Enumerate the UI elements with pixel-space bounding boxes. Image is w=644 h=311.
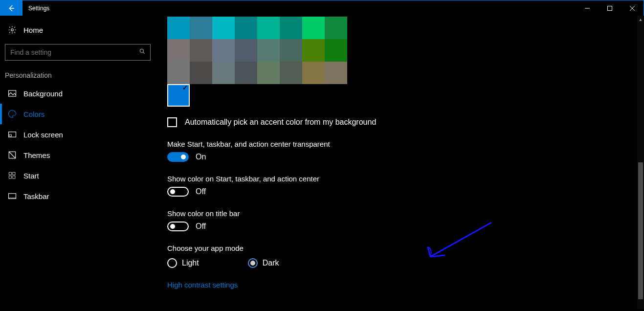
color-swatch[interactable] (212, 39, 235, 62)
scroll-thumb[interactable] (638, 162, 643, 299)
nav-label: Lock screen (23, 131, 63, 139)
back-button[interactable] (0, 0, 22, 16)
nav-label: Taskbar (23, 192, 49, 200)
show-color-title-state: Off (196, 222, 206, 231)
sidebar-item-start[interactable]: Start (0, 165, 156, 186)
nav-label: Start (23, 172, 39, 180)
scroll-up-icon: ▲ (637, 16, 644, 23)
color-swatch[interactable] (302, 39, 325, 62)
color-swatch[interactable] (257, 62, 280, 84)
color-swatch[interactable] (280, 17, 302, 39)
high-contrast-link[interactable]: High contrast settings (167, 281, 238, 289)
show-color-title-label: Show color on title bar (167, 209, 644, 218)
svg-rect-0 (608, 6, 612, 10)
svg-rect-12 (9, 197, 16, 199)
minimize-button[interactable] (576, 0, 599, 16)
svg-rect-9 (9, 176, 11, 178)
scrollbar[interactable]: ▲ (637, 16, 644, 309)
svg-rect-7 (9, 172, 11, 175)
radio-icon (167, 258, 177, 268)
color-swatch-grid (167, 17, 644, 84)
color-swatch[interactable] (257, 39, 280, 62)
color-swatch[interactable] (212, 17, 235, 39)
window-title: Settings (22, 0, 49, 16)
sidebar-item-colors[interactable]: Colors (0, 104, 156, 124)
color-swatch[interactable] (167, 62, 190, 84)
sidebar-item-lockscreen[interactable]: Lock screen (0, 124, 156, 145)
show-color-start-state: Off (196, 187, 206, 196)
app-mode-dark-radio[interactable]: Dark (248, 258, 279, 268)
color-swatch[interactable] (325, 62, 347, 84)
transparency-toggle[interactable] (167, 152, 189, 162)
app-mode-label: Choose your app mode (167, 244, 644, 252)
taskbar-icon (8, 192, 17, 200)
color-swatch-selected[interactable] (167, 84, 190, 107)
color-swatch[interactable] (325, 17, 347, 39)
nav-label: Themes (23, 151, 50, 159)
palette-icon (8, 110, 17, 118)
transparency-state: On (196, 153, 206, 161)
color-swatch[interactable] (212, 62, 235, 84)
lockscreen-icon (8, 130, 17, 139)
show-color-start-label: Show color on Start, taskbar, and action… (167, 175, 644, 183)
arrow-left-icon (7, 4, 16, 13)
show-color-title-toggle[interactable] (167, 222, 189, 231)
svg-rect-10 (13, 176, 15, 178)
nav-label: Colors (23, 110, 44, 118)
color-swatch[interactable] (167, 39, 190, 62)
nav-label: Background (23, 89, 63, 98)
app-mode-light-radio[interactable]: Light (167, 258, 199, 268)
color-swatch[interactable] (280, 62, 302, 84)
color-swatch[interactable] (302, 62, 325, 84)
checkbox-icon (167, 117, 177, 127)
color-swatch[interactable] (190, 17, 212, 39)
titlebar: Settings (0, 0, 644, 16)
start-icon (8, 171, 17, 180)
color-swatch[interactable] (325, 39, 347, 62)
color-swatch[interactable] (190, 39, 212, 62)
svg-rect-8 (13, 172, 15, 175)
radio-label: Dark (263, 259, 279, 267)
color-swatch[interactable] (302, 17, 325, 39)
transparency-label: Make Start, taskbar, and action center t… (167, 140, 644, 148)
color-swatch[interactable] (235, 17, 257, 39)
color-swatch[interactable] (257, 17, 280, 39)
search-input[interactable] (5, 44, 151, 61)
auto-accent-checkbox-row[interactable]: Automatically pick an accent color from … (167, 117, 644, 127)
home-label: Home (23, 26, 43, 34)
sidebar: Home Personalization Background Colors L… (0, 16, 156, 311)
radio-icon (248, 258, 258, 268)
picture-icon (8, 89, 17, 98)
sidebar-item-themes[interactable]: Themes (0, 145, 156, 165)
color-swatch[interactable] (235, 39, 257, 62)
themes-icon (8, 151, 17, 159)
close-button[interactable] (621, 0, 644, 16)
svg-rect-5 (9, 134, 12, 136)
content-pane: Automatically pick an accent color from … (156, 16, 644, 311)
sidebar-home[interactable]: Home (0, 21, 156, 39)
auto-accent-label: Automatically pick an accent color from … (185, 118, 376, 127)
radio-label: Light (182, 259, 199, 267)
sidebar-item-background[interactable]: Background (0, 83, 156, 104)
svg-point-1 (11, 29, 14, 31)
maximize-button[interactable] (599, 0, 621, 16)
color-swatch[interactable] (167, 17, 190, 39)
color-swatch[interactable] (190, 62, 212, 84)
color-swatch[interactable] (235, 62, 257, 84)
show-color-start-toggle[interactable] (167, 187, 189, 197)
sidebar-section-header: Personalization (0, 64, 156, 83)
gear-icon (8, 25, 17, 34)
sidebar-item-taskbar[interactable]: Taskbar (0, 186, 156, 206)
color-swatch[interactable] (280, 39, 302, 62)
